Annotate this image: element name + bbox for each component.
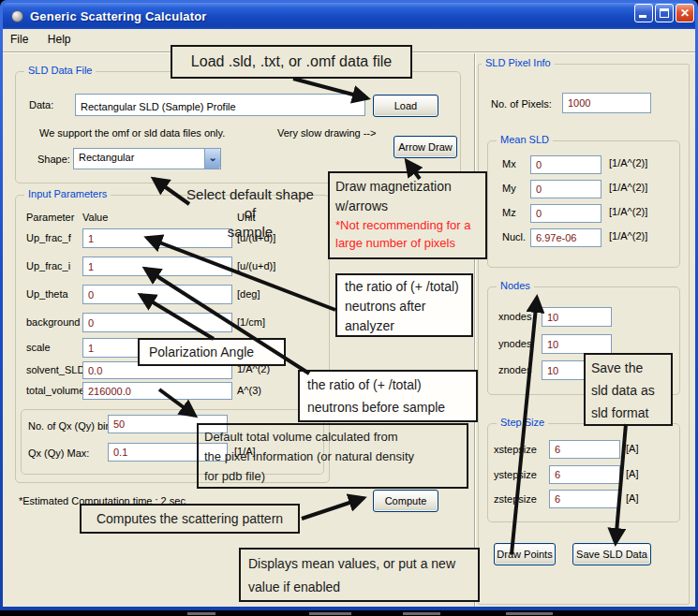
param-input-total-volume[interactable] <box>82 382 232 400</box>
save-sld-data-button[interactable]: Save SLD Data <box>572 543 651 565</box>
slow-drawing-note: Very slow drawing --> <box>277 127 376 139</box>
param-unit: [deg] <box>237 288 260 300</box>
step-size-label: zstepsize <box>494 493 537 505</box>
panel-divider <box>474 53 476 607</box>
param-label: Up_theta <box>26 288 68 300</box>
app-icon <box>11 10 23 22</box>
qx-max-label: Qx (Qy) Max: <box>28 447 89 459</box>
maximize-icon <box>660 8 669 18</box>
nodes-label: znodes <box>498 364 531 375</box>
annotation-load-file: Load .sld, .txt, or .omf data file <box>171 45 412 79</box>
annotation-displays-mean: Displays mean values, or put a new value… <box>239 548 480 602</box>
annotation-default-volume: Default total volume calculated from the… <box>197 423 468 489</box>
annotation-computes: Computes the scattering pattern <box>80 504 300 534</box>
draw-points-button[interactable]: Draw Points <box>494 543 556 565</box>
mean-sld-unit: [1/A^(2)] <box>609 206 647 217</box>
mean-sld-title: Mean SLD <box>497 134 553 145</box>
step-size-unit: [A] <box>626 492 638 504</box>
mean-sld-label: My <box>502 183 516 194</box>
ynodes-input[interactable] <box>542 334 612 354</box>
qx-bins-label: No. of Qx (Qy) bins: <box>28 420 119 432</box>
shape-dropdown[interactable]: Rectangular ⌄ <box>73 148 221 169</box>
annotation-warning-text: large number of pixels <box>335 234 480 252</box>
menu-file[interactable]: File <box>3 29 36 46</box>
annotation-before-sample: the ratio of (+ /total) neutrons before … <box>298 370 478 422</box>
nucl-input[interactable] <box>530 228 601 247</box>
param-unit: A^(3) <box>237 385 261 396</box>
param-unit: [u/(u+d)] <box>237 260 275 271</box>
header-value: Value <box>82 212 108 223</box>
maximize-button[interactable] <box>655 4 674 22</box>
mean-sld-label: Nucl. <box>502 231 526 242</box>
mean-sld-unit: [1/A^(2)] <box>609 157 647 169</box>
sld-pixel-info-title: SLD Pixel Info <box>482 57 555 68</box>
annotation-select-shape: Select default shape of sample <box>184 185 317 242</box>
minimize-button[interactable] <box>634 4 653 22</box>
mz-input[interactable] <box>530 204 601 223</box>
mean-sld-unit: [1/A^(2)] <box>609 182 647 193</box>
close-icon: ✕ <box>680 7 690 20</box>
pixels-label: No. of Pixels: <box>491 98 552 110</box>
param-input-background[interactable] <box>82 313 232 332</box>
param-label: Up_frac_f <box>26 232 71 243</box>
param-label: scale <box>26 342 51 353</box>
compute-button[interactable]: Compute <box>373 490 438 512</box>
my-input[interactable] <box>530 180 601 198</box>
annotation-warning-text: *Not recommending for a <box>335 216 480 234</box>
app-window: Generic Scattering Calculator ✕ File Hel… <box>0 0 698 616</box>
window-title: Generic Scattering Calculator <box>30 9 207 23</box>
chevron-down-icon[interactable]: ⌄ <box>204 149 220 169</box>
arrow-draw-button[interactable]: Arrow Draw <box>394 136 457 158</box>
param-label: solvent_SLD <box>26 364 84 375</box>
param-input-up-frac-i[interactable] <box>82 257 232 276</box>
data-label: Data: <box>29 99 53 110</box>
param-input-up-theta[interactable] <box>82 285 232 304</box>
ystepsize-input[interactable] <box>549 465 620 484</box>
annotation-after-analyzer: the ratio of (+ /total) neutrons after a… <box>335 273 473 337</box>
pixels-input[interactable] <box>562 93 651 113</box>
nodes-label: ynodes <box>498 338 531 349</box>
annotation-polarization-angle: Polarization Angle <box>138 338 286 366</box>
step-size-label: ystepsize <box>494 469 537 480</box>
shape-label: Shape: <box>37 154 70 165</box>
nodes-title: Nodes <box>497 280 534 291</box>
shape-selected-value: Rectangular <box>74 149 204 169</box>
close-button[interactable]: ✕ <box>676 4 694 22</box>
annotation-draw-magnetization: Draw magnetization w/arrows *Not recomme… <box>328 171 487 259</box>
mean-sld-label: Mz <box>502 207 516 218</box>
data-file-input[interactable] <box>75 94 365 116</box>
header-parameter: Parameter <box>26 212 74 223</box>
zstepsize-input[interactable] <box>549 490 620 508</box>
menu-help[interactable]: Help <box>40 29 79 46</box>
support-note: We support the omf or sld data files onl… <box>39 127 225 139</box>
screen-edge-strip <box>0 610 698 616</box>
param-label: Up_frac_i <box>26 260 70 271</box>
step-size-title: Step Size <box>497 417 548 428</box>
nodes-label: xnodes <box>498 311 531 322</box>
step-size-unit: [A] <box>626 443 638 454</box>
param-label: background <box>26 316 81 328</box>
xstepsize-input[interactable] <box>549 440 620 459</box>
annotation-save-sld: Save the sld data as sld format <box>584 353 673 426</box>
minimize-icon <box>639 15 646 18</box>
load-button[interactable]: Load <box>373 95 438 117</box>
title-bar[interactable]: Generic Scattering Calculator <box>3 3 695 29</box>
step-size-unit: [A] <box>626 468 638 479</box>
step-size-label: xstepsize <box>494 444 537 455</box>
sld-data-file-title: SLD Data File <box>24 65 96 76</box>
param-unit: [1/cm] <box>237 316 265 328</box>
mean-sld-unit: [1/A^(2)] <box>609 230 647 242</box>
xnodes-input[interactable] <box>542 307 612 327</box>
param-label: total_volume <box>26 385 84 396</box>
input-parameters-title: Input Parameters <box>24 188 111 199</box>
mean-sld-label: Mx <box>502 158 516 169</box>
mx-input[interactable] <box>530 155 601 174</box>
